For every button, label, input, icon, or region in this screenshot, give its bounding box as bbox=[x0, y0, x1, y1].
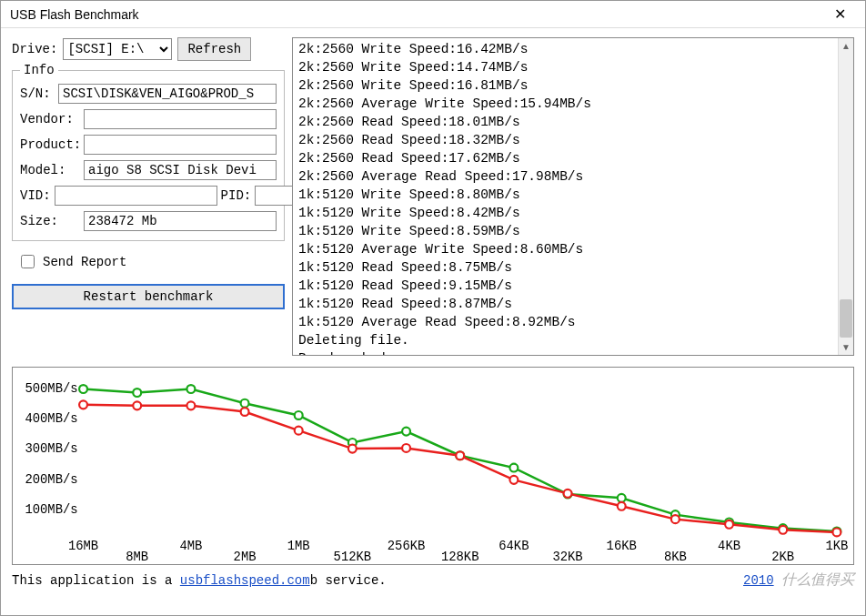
svg-point-44 bbox=[564, 490, 572, 498]
restart-benchmark-button[interactable]: Restart benchmark bbox=[12, 284, 285, 309]
watermark: 什么值得买 bbox=[781, 571, 854, 587]
log-panel: 2k:2560 Write Speed:16.42MB/s 2k:2560 Wr… bbox=[292, 37, 854, 356]
svg-text:8KB: 8KB bbox=[664, 550, 687, 564]
footer-text-b: b service. bbox=[310, 573, 387, 588]
svg-point-48 bbox=[779, 526, 787, 534]
svg-point-41 bbox=[402, 444, 410, 452]
drive-select[interactable]: [SCSI] E:\ bbox=[63, 38, 172, 60]
window-title: USB Flash Benchmark bbox=[10, 7, 139, 22]
send-report-checkbox[interactable] bbox=[21, 255, 35, 268]
svg-point-46 bbox=[671, 515, 680, 523]
svg-point-21 bbox=[133, 389, 141, 397]
footer-right-link[interactable]: 2010 bbox=[743, 573, 774, 588]
sn-field[interactable] bbox=[58, 84, 277, 104]
model-label: Model: bbox=[20, 163, 80, 177]
refresh-button[interactable]: Refresh bbox=[177, 37, 251, 61]
svg-text:200MB/s: 200MB/s bbox=[25, 472, 77, 487]
svg-point-36 bbox=[133, 401, 141, 409]
svg-text:1KB: 1KB bbox=[825, 539, 848, 553]
benchmark-chart: 100MB/s200MB/s300MB/s400MB/s500MB/s16MB8… bbox=[12, 367, 854, 565]
footer-text-a: This application is a bbox=[12, 573, 172, 588]
svg-point-43 bbox=[509, 476, 518, 484]
vendor-field[interactable] bbox=[84, 109, 277, 129]
product-label: Product: bbox=[20, 137, 80, 152]
vid-label: VID: bbox=[20, 188, 51, 203]
svg-point-22 bbox=[186, 385, 195, 393]
model-field[interactable] bbox=[84, 160, 277, 180]
svg-point-47 bbox=[725, 520, 733, 529]
drive-label: Drive: bbox=[12, 42, 57, 56]
svg-point-26 bbox=[402, 428, 410, 436]
svg-text:32KB: 32KB bbox=[552, 550, 582, 564]
svg-point-23 bbox=[241, 399, 249, 408]
svg-point-42 bbox=[456, 451, 464, 459]
svg-text:1MB: 1MB bbox=[287, 539, 310, 553]
svg-point-24 bbox=[295, 411, 303, 419]
svg-text:2MB: 2MB bbox=[234, 550, 257, 564]
footer-link[interactable]: usbflashspeed.com bbox=[180, 573, 310, 588]
scroll-thumb[interactable] bbox=[840, 299, 852, 338]
svg-text:512KB: 512KB bbox=[334, 550, 372, 564]
svg-point-45 bbox=[618, 502, 626, 510]
titlebar: USB Flash Benchmark ✕ bbox=[1, 1, 865, 28]
pid-label: PID: bbox=[221, 188, 252, 203]
send-report-label: Send Report bbox=[43, 255, 126, 269]
svg-text:300MB/s: 300MB/s bbox=[25, 441, 77, 456]
svg-text:256KB: 256KB bbox=[388, 539, 426, 553]
svg-point-40 bbox=[348, 445, 357, 453]
scroll-down-icon[interactable]: ▼ bbox=[839, 339, 853, 355]
info-fieldset: Info S/N: Vendor: Product: Model: VID: P… bbox=[12, 70, 285, 241]
footer: This application is a usbflashspeed.comb… bbox=[1, 567, 865, 595]
vid-field[interactable] bbox=[55, 186, 217, 206]
close-button[interactable]: ✕ bbox=[821, 3, 858, 26]
close-icon: ✕ bbox=[834, 5, 846, 23]
log-text: 2k:2560 Write Speed:16.42MB/s 2k:2560 Wr… bbox=[293, 38, 837, 355]
svg-text:4KB: 4KB bbox=[718, 539, 740, 553]
size-label: Size: bbox=[20, 214, 80, 228]
product-field[interactable] bbox=[84, 135, 277, 155]
svg-point-30 bbox=[618, 494, 626, 502]
svg-point-20 bbox=[79, 385, 87, 393]
svg-text:500MB/s: 500MB/s bbox=[25, 381, 77, 396]
svg-text:64KB: 64KB bbox=[498, 539, 529, 553]
scroll-track[interactable] bbox=[839, 54, 853, 339]
svg-point-37 bbox=[186, 401, 195, 409]
info-legend: Info bbox=[20, 63, 58, 77]
scrollbar[interactable]: ▲ ▼ bbox=[838, 38, 853, 355]
svg-point-49 bbox=[832, 528, 841, 536]
svg-text:128KB: 128KB bbox=[441, 550, 479, 564]
svg-point-38 bbox=[241, 408, 249, 416]
vendor-label: Vendor: bbox=[20, 112, 80, 126]
svg-point-28 bbox=[509, 464, 518, 472]
svg-text:16MB: 16MB bbox=[68, 539, 98, 553]
svg-point-35 bbox=[79, 400, 87, 409]
svg-text:100MB/s: 100MB/s bbox=[25, 502, 77, 517]
chart-svg: 100MB/s200MB/s300MB/s400MB/s500MB/s16MB8… bbox=[13, 368, 853, 564]
size-field[interactable] bbox=[84, 211, 277, 231]
svg-text:4MB: 4MB bbox=[179, 539, 202, 553]
svg-text:2KB: 2KB bbox=[771, 550, 794, 564]
svg-point-39 bbox=[295, 427, 303, 435]
sn-label: S/N: bbox=[20, 86, 55, 101]
scroll-up-icon[interactable]: ▲ bbox=[839, 38, 853, 54]
svg-text:16KB: 16KB bbox=[607, 539, 637, 553]
svg-text:8MB: 8MB bbox=[126, 550, 148, 564]
svg-text:400MB/s: 400MB/s bbox=[25, 411, 77, 426]
